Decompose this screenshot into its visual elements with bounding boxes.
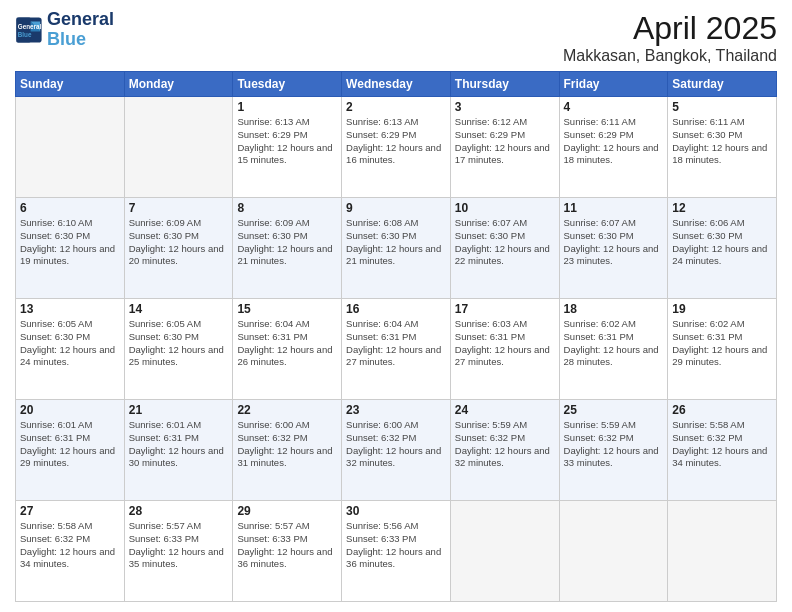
day-info: Sunrise: 6:00 AMSunset: 6:32 PMDaylight:…: [346, 419, 446, 470]
day-info: Sunrise: 6:01 AMSunset: 6:31 PMDaylight:…: [129, 419, 229, 470]
calendar-cell: [450, 501, 559, 602]
day-info: Sunrise: 6:13 AMSunset: 6:29 PMDaylight:…: [346, 116, 446, 167]
calendar-cell: 27Sunrise: 5:58 AMSunset: 6:32 PMDayligh…: [16, 501, 125, 602]
calendar-cell: 20Sunrise: 6:01 AMSunset: 6:31 PMDayligh…: [16, 400, 125, 501]
calendar-cell: 13Sunrise: 6:05 AMSunset: 6:30 PMDayligh…: [16, 299, 125, 400]
title-block: April 2025 Makkasan, Bangkok, Thailand: [563, 10, 777, 65]
calendar-cell: [668, 501, 777, 602]
day-number: 3: [455, 100, 555, 114]
day-info: Sunrise: 6:05 AMSunset: 6:30 PMDaylight:…: [129, 318, 229, 369]
calendar-cell: 8Sunrise: 6:09 AMSunset: 6:30 PMDaylight…: [233, 198, 342, 299]
calendar-title: April 2025: [563, 10, 777, 47]
calendar-cell: 4Sunrise: 6:11 AMSunset: 6:29 PMDaylight…: [559, 97, 668, 198]
day-number: 18: [564, 302, 664, 316]
day-number: 4: [564, 100, 664, 114]
weekday-header-thursday: Thursday: [450, 72, 559, 97]
weekday-header-sunday: Sunday: [16, 72, 125, 97]
day-info: Sunrise: 6:09 AMSunset: 6:30 PMDaylight:…: [237, 217, 337, 268]
day-number: 28: [129, 504, 229, 518]
weekday-header-monday: Monday: [124, 72, 233, 97]
day-number: 26: [672, 403, 772, 417]
day-number: 25: [564, 403, 664, 417]
day-info: Sunrise: 6:01 AMSunset: 6:31 PMDaylight:…: [20, 419, 120, 470]
day-info: Sunrise: 5:59 AMSunset: 6:32 PMDaylight:…: [455, 419, 555, 470]
day-info: Sunrise: 6:02 AMSunset: 6:31 PMDaylight:…: [564, 318, 664, 369]
calendar-week-row: 27Sunrise: 5:58 AMSunset: 6:32 PMDayligh…: [16, 501, 777, 602]
calendar-cell: 17Sunrise: 6:03 AMSunset: 6:31 PMDayligh…: [450, 299, 559, 400]
day-info: Sunrise: 6:08 AMSunset: 6:30 PMDaylight:…: [346, 217, 446, 268]
weekday-header-row: SundayMondayTuesdayWednesdayThursdayFrid…: [16, 72, 777, 97]
calendar-cell: 24Sunrise: 5:59 AMSunset: 6:32 PMDayligh…: [450, 400, 559, 501]
day-info: Sunrise: 5:57 AMSunset: 6:33 PMDaylight:…: [129, 520, 229, 571]
day-info: Sunrise: 6:07 AMSunset: 6:30 PMDaylight:…: [455, 217, 555, 268]
day-number: 21: [129, 403, 229, 417]
svg-text:General: General: [18, 22, 42, 29]
day-number: 10: [455, 201, 555, 215]
day-info: Sunrise: 5:56 AMSunset: 6:33 PMDaylight:…: [346, 520, 446, 571]
calendar-cell: 26Sunrise: 5:58 AMSunset: 6:32 PMDayligh…: [668, 400, 777, 501]
calendar-cell: 9Sunrise: 6:08 AMSunset: 6:30 PMDaylight…: [342, 198, 451, 299]
calendar-cell: 12Sunrise: 6:06 AMSunset: 6:30 PMDayligh…: [668, 198, 777, 299]
day-info: Sunrise: 6:12 AMSunset: 6:29 PMDaylight:…: [455, 116, 555, 167]
calendar-cell: 19Sunrise: 6:02 AMSunset: 6:31 PMDayligh…: [668, 299, 777, 400]
page: General Blue General Blue April 2025 Mak…: [0, 0, 792, 612]
calendar-cell: 23Sunrise: 6:00 AMSunset: 6:32 PMDayligh…: [342, 400, 451, 501]
calendar-cell: [16, 97, 125, 198]
calendar-cell: 30Sunrise: 5:56 AMSunset: 6:33 PMDayligh…: [342, 501, 451, 602]
day-info: Sunrise: 6:04 AMSunset: 6:31 PMDaylight:…: [346, 318, 446, 369]
day-info: Sunrise: 6:02 AMSunset: 6:31 PMDaylight:…: [672, 318, 772, 369]
logo-text: General Blue: [47, 10, 114, 50]
calendar-cell: 6Sunrise: 6:10 AMSunset: 6:30 PMDaylight…: [16, 198, 125, 299]
day-info: Sunrise: 5:59 AMSunset: 6:32 PMDaylight:…: [564, 419, 664, 470]
calendar-cell: 15Sunrise: 6:04 AMSunset: 6:31 PMDayligh…: [233, 299, 342, 400]
calendar-cell: [559, 501, 668, 602]
day-number: 29: [237, 504, 337, 518]
calendar-cell: 16Sunrise: 6:04 AMSunset: 6:31 PMDayligh…: [342, 299, 451, 400]
calendar-cell: 28Sunrise: 5:57 AMSunset: 6:33 PMDayligh…: [124, 501, 233, 602]
day-info: Sunrise: 6:03 AMSunset: 6:31 PMDaylight:…: [455, 318, 555, 369]
calendar-week-row: 1Sunrise: 6:13 AMSunset: 6:29 PMDaylight…: [16, 97, 777, 198]
calendar-subtitle: Makkasan, Bangkok, Thailand: [563, 47, 777, 65]
day-number: 1: [237, 100, 337, 114]
calendar-cell: 1Sunrise: 6:13 AMSunset: 6:29 PMDaylight…: [233, 97, 342, 198]
day-number: 15: [237, 302, 337, 316]
day-number: 2: [346, 100, 446, 114]
weekday-header-friday: Friday: [559, 72, 668, 97]
day-info: Sunrise: 6:05 AMSunset: 6:30 PMDaylight:…: [20, 318, 120, 369]
day-number: 7: [129, 201, 229, 215]
day-number: 11: [564, 201, 664, 215]
calendar-cell: [124, 97, 233, 198]
calendar-cell: 21Sunrise: 6:01 AMSunset: 6:31 PMDayligh…: [124, 400, 233, 501]
day-number: 12: [672, 201, 772, 215]
calendar-cell: 2Sunrise: 6:13 AMSunset: 6:29 PMDaylight…: [342, 97, 451, 198]
header: General Blue General Blue April 2025 Mak…: [15, 10, 777, 65]
logo: General Blue General Blue: [15, 10, 114, 50]
svg-rect-3: [16, 17, 30, 42]
day-number: 5: [672, 100, 772, 114]
calendar-week-row: 6Sunrise: 6:10 AMSunset: 6:30 PMDaylight…: [16, 198, 777, 299]
calendar-table: SundayMondayTuesdayWednesdayThursdayFrid…: [15, 71, 777, 602]
day-number: 6: [20, 201, 120, 215]
logo-icon: General Blue: [15, 16, 43, 44]
day-number: 20: [20, 403, 120, 417]
calendar-cell: 25Sunrise: 5:59 AMSunset: 6:32 PMDayligh…: [559, 400, 668, 501]
day-info: Sunrise: 5:57 AMSunset: 6:33 PMDaylight:…: [237, 520, 337, 571]
calendar-cell: 11Sunrise: 6:07 AMSunset: 6:30 PMDayligh…: [559, 198, 668, 299]
svg-text:Blue: Blue: [18, 31, 32, 38]
day-info: Sunrise: 6:13 AMSunset: 6:29 PMDaylight:…: [237, 116, 337, 167]
calendar-cell: 22Sunrise: 6:00 AMSunset: 6:32 PMDayligh…: [233, 400, 342, 501]
day-info: Sunrise: 6:04 AMSunset: 6:31 PMDaylight:…: [237, 318, 337, 369]
day-number: 16: [346, 302, 446, 316]
day-number: 8: [237, 201, 337, 215]
calendar-cell: 7Sunrise: 6:09 AMSunset: 6:30 PMDaylight…: [124, 198, 233, 299]
calendar-cell: 18Sunrise: 6:02 AMSunset: 6:31 PMDayligh…: [559, 299, 668, 400]
calendar-cell: 14Sunrise: 6:05 AMSunset: 6:30 PMDayligh…: [124, 299, 233, 400]
day-info: Sunrise: 6:06 AMSunset: 6:30 PMDaylight:…: [672, 217, 772, 268]
day-number: 24: [455, 403, 555, 417]
calendar-cell: 5Sunrise: 6:11 AMSunset: 6:30 PMDaylight…: [668, 97, 777, 198]
calendar-week-row: 13Sunrise: 6:05 AMSunset: 6:30 PMDayligh…: [16, 299, 777, 400]
weekday-header-wednesday: Wednesday: [342, 72, 451, 97]
day-number: 9: [346, 201, 446, 215]
weekday-header-saturday: Saturday: [668, 72, 777, 97]
calendar-cell: 29Sunrise: 5:57 AMSunset: 6:33 PMDayligh…: [233, 501, 342, 602]
